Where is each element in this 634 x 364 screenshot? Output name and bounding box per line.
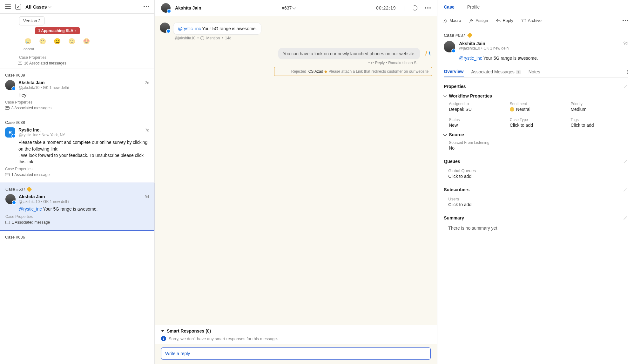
edit-icon[interactable] <box>623 216 628 220</box>
left-header: All Cases <box>0 0 154 14</box>
properties-header: Properties <box>444 84 628 89</box>
prop-value[interactable]: Click to add <box>448 174 628 179</box>
chevron-down-icon <box>293 6 296 9</box>
avatar <box>161 3 171 13</box>
associated-messages[interactable]: 16 Associated messages <box>0 61 154 69</box>
subtab-overview[interactable]: Overview <box>444 66 463 77</box>
prop-value[interactable]: Click to add <box>448 202 628 207</box>
subscribers-header: Subscribers <box>444 187 628 192</box>
prop-label: Sourced From Listening <box>449 140 628 145</box>
case-preview: Please take a moment and complete our on… <box>18 139 149 165</box>
sentiment-label: decent <box>24 47 154 51</box>
conversation-panel: Akshita Jain #637 00:22:19 | @rystic_inc… <box>155 0 437 364</box>
more-icon[interactable] <box>623 20 628 21</box>
action-bar: Macro Assign Reply Archive <box>437 14 634 27</box>
svg-point-0 <box>470 19 472 20</box>
workflow-properties-toggle[interactable]: Workflow Properties <box>444 93 628 98</box>
platform-badge-icon <box>451 49 456 53</box>
timer: 00:22:19 <box>376 5 396 10</box>
case-properties-link[interactable]: Case Properties <box>5 98 149 106</box>
user-name: Rystic Inc. <box>18 127 41 132</box>
prop-value[interactable]: New <box>449 123 506 128</box>
platform-badge-icon <box>11 134 16 138</box>
message-icon <box>18 62 22 65</box>
sentiment-picker[interactable]: 😢😕😐🙂😍 <box>0 34 154 47</box>
case-number: Case #636 <box>5 235 149 239</box>
message-meta: • ↩ Reply • Ramakrishnan S. <box>160 61 417 65</box>
archive-button[interactable]: Archive <box>522 18 542 23</box>
sla-badge[interactable]: 1 Approaching SLA ↑ <box>35 27 80 34</box>
prop-value[interactable]: Deepak SU <box>449 107 506 112</box>
smart-responses-toggle[interactable]: Smart Responses (0) <box>161 328 431 334</box>
info-icon: i <box>161 336 166 341</box>
case-filter-dropdown[interactable]: All Cases <box>25 4 139 10</box>
case-properties-link[interactable]: Case Properties <box>5 212 149 220</box>
associated-messages[interactable]: 1 Associated message <box>5 172 149 180</box>
message-meta: @jakshita10 • Mention • 14d <box>174 36 432 40</box>
more-icon[interactable] <box>144 6 149 7</box>
smart-responses: Smart Responses (0) i Sorry, we don't ha… <box>155 325 437 344</box>
subtab-notes[interactable]: Notes <box>529 67 540 77</box>
tab-profile[interactable]: Profile <box>461 0 486 14</box>
properties-grid: Assigned toDeepak SU SentimentNeutral Pr… <box>444 102 628 128</box>
reply-button[interactable]: Reply <box>496 18 513 23</box>
edit-icon[interactable] <box>623 187 628 192</box>
case-properties-link[interactable]: Case Properties <box>5 165 149 172</box>
prop-label: Global Queues <box>448 168 628 173</box>
platform-badge-icon <box>166 29 171 33</box>
prop-value[interactable]: Neutral <box>510 107 567 112</box>
case-card[interactable]: Case #638 R Rystic Inc.7d @rystic_inc • … <box>0 116 154 183</box>
prop-value[interactable]: Medium <box>570 107 628 112</box>
message-bubble[interactable]: @rystic_inc Your 5G range is awesome. <box>173 23 261 35</box>
prop-label: Priority <box>570 102 628 106</box>
user-name: Akshita Jain <box>459 41 485 46</box>
user-handle: @rystic_inc • New York, NY <box>18 133 149 137</box>
inbound-message: @rystic_inc Your 5G range is awesome. <box>160 23 432 35</box>
prop-label: Case Type <box>510 118 567 122</box>
avatar <box>5 194 16 204</box>
case-card[interactable]: Case #636 <box>0 231 154 245</box>
avatar <box>5 80 15 90</box>
detail-subtabs: Overview Associated Messages1 Notes <box>444 66 628 78</box>
rejection-note: Rejected CS Azad◆Please attach a Link th… <box>274 67 432 76</box>
timestamp: 9d <box>145 195 149 199</box>
message-bubble[interactable]: You can have a look on our newly launche… <box>278 48 420 59</box>
case-card[interactable]: Case #637 Akshita Jain9d @jakshita10 • G… <box>0 183 154 230</box>
subtab-associated-messages[interactable]: Associated Messages1 <box>471 67 521 77</box>
details-tabs: Case Profile <box>437 0 634 14</box>
case-number-dropdown[interactable]: #637 <box>282 5 295 10</box>
edit-icon[interactable] <box>623 84 628 89</box>
menu-icon[interactable] <box>5 4 11 9</box>
prop-value[interactable]: Click to add <box>570 123 628 128</box>
chevron-down-icon <box>48 4 51 8</box>
associated-messages[interactable]: 1 Associated message <box>5 220 149 228</box>
source-toggle[interactable]: Source <box>444 132 628 137</box>
case-number: Case #638 <box>5 120 149 125</box>
tab-case[interactable]: Case <box>437 0 461 14</box>
prop-label: Status <box>449 118 506 122</box>
refresh-icon[interactable] <box>412 5 417 10</box>
globe-icon <box>200 36 204 40</box>
prop-label: Tags <box>570 118 628 122</box>
case-properties-link[interactable]: Case Properties <box>0 53 154 61</box>
smart-responses-empty: i Sorry, we don't have any smart respons… <box>161 336 431 341</box>
timestamp: 7d <box>145 128 149 132</box>
avatar <box>160 23 170 33</box>
macro-button[interactable]: Macro <box>443 18 461 23</box>
select-all-checkbox[interactable] <box>15 4 21 10</box>
reply-input[interactable]: Write a reply <box>161 347 431 360</box>
assign-button[interactable]: Assign <box>469 18 488 23</box>
prop-label: Assigned to <box>449 102 506 106</box>
platform-badge-icon <box>11 86 16 91</box>
case-card[interactable]: Case #639 Akshita Jain2d @jakshita10 • G… <box>0 69 154 116</box>
summary-text: There is no summary yet <box>448 226 628 231</box>
more-icon[interactable] <box>627 70 628 74</box>
details-panel: Case Profile Macro Assign Reply Archive … <box>437 0 634 364</box>
caret-down-icon <box>443 132 447 136</box>
summary-header: Summary <box>444 215 628 220</box>
associated-messages[interactable]: 8 Associated messages <box>5 106 149 113</box>
more-icon[interactable] <box>425 7 431 9</box>
edit-icon[interactable] <box>623 159 628 164</box>
prop-value[interactable]: Click to add <box>510 123 567 128</box>
outbound-message: You can have a look on our newly launche… <box>160 48 432 59</box>
